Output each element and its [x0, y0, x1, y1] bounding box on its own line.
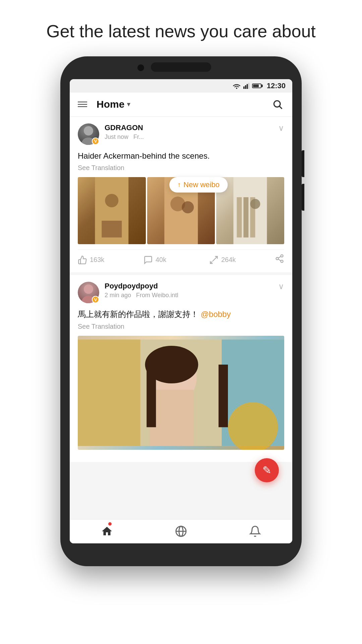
comment-icon-1 [143, 255, 153, 265]
post-image-1a [78, 177, 146, 244]
svg-point-4 [274, 101, 280, 107]
post-actions-1: 163k 40k 264k [78, 250, 284, 266]
svg-rect-27 [78, 339, 140, 446]
post-chevron-2[interactable]: ∨ [278, 282, 284, 291]
post-text-1: Haider Ackerman-behind the scenes. [78, 150, 284, 162]
comment-count-1: 40k [156, 256, 166, 264]
svg-rect-16 [244, 197, 249, 237]
compose-fab[interactable]: ✎ [255, 458, 279, 482]
new-weibo-pill[interactable]: ↑ New weibo [169, 177, 228, 193]
post-chevron-1[interactable]: ∨ [278, 123, 284, 133]
share-button-1[interactable] [275, 254, 284, 266]
post-time-1: Just now Fr... [105, 133, 278, 141]
wifi-icon [233, 83, 241, 89]
status-time: 12:30 [267, 82, 286, 90]
like-button-1[interactable]: 163k [78, 255, 143, 265]
svg-line-5 [280, 106, 282, 109]
svg-rect-10 [102, 221, 122, 237]
phone-mockup: 12:30 Home ▾ ↑ New weib [60, 56, 302, 566]
post-username-1: GDRAGON [105, 123, 278, 132]
svg-point-6 [84, 126, 93, 136]
feed-container[interactable]: ↑ New weibo V [70, 117, 292, 519]
post-header-1: V GDRAGON Just now Fr... ∨ [78, 123, 284, 145]
volume-button [302, 150, 304, 177]
nav-item-notifications[interactable] [218, 520, 292, 543]
svg-rect-3 [248, 83, 249, 89]
nav-item-discover[interactable] [144, 520, 218, 543]
search-button[interactable] [271, 98, 284, 111]
like-count-1: 163k [90, 256, 104, 264]
verified-badge-1: V [92, 138, 99, 145]
signal-icon [243, 83, 249, 89]
new-weibo-arrow-icon: ↑ [177, 181, 181, 189]
svg-point-24 [84, 284, 93, 294]
bottom-navigation [70, 519, 292, 543]
post-time-2: 2 min ago From Weibo.intl [105, 292, 278, 299]
phone-screen: 12:30 Home ▾ ↑ New weib [70, 79, 292, 543]
hamburger-menu-button[interactable] [78, 102, 87, 107]
post-image-2 [78, 336, 284, 450]
home-notification-dot [108, 522, 112, 526]
see-translation-1[interactable]: See Translation [78, 164, 284, 172]
verified-badge-2: V [92, 296, 99, 303]
status-icons: 12:30 [233, 82, 286, 90]
svg-rect-2 [247, 84, 248, 89]
toolbar-title[interactable]: Home ▾ [97, 99, 271, 110]
comment-button-1[interactable]: 40k [143, 255, 209, 265]
post-mention-2[interactable]: @bobby [201, 310, 231, 319]
post-username-2: Poydpoydpoyd [105, 282, 278, 290]
post-text-content-2: 馬上就有新的作品啦，謝謝支持！ [78, 310, 198, 319]
svg-rect-31 [150, 389, 194, 446]
svg-point-13 [182, 201, 194, 213]
svg-rect-34 [219, 365, 228, 427]
svg-rect-15 [237, 197, 242, 237]
status-bar: 12:30 [70, 79, 292, 93]
see-translation-2[interactable]: See Translation [78, 323, 284, 330]
battery-icon [252, 84, 261, 88]
post-meta-1: GDRAGON Just now Fr... [105, 123, 278, 141]
new-weibo-label: New weibo [183, 180, 220, 189]
svg-point-19 [281, 255, 283, 257]
like-icon-1 [78, 255, 87, 265]
post-card-poyd: V Poydpoydpoyd 2 min ago From Weibo.intl… [70, 275, 292, 462]
discover-icon [175, 525, 187, 537]
svg-rect-33 [146, 365, 156, 427]
post-text-2: 馬上就有新的作品啦，謝謝支持！ @bobby [78, 309, 284, 320]
avatar-wrap-1: V [78, 123, 99, 145]
notification-icon [249, 525, 261, 537]
dropdown-arrow-icon: ▾ [127, 101, 130, 108]
home-icon [101, 525, 113, 537]
share-icon-1 [275, 254, 284, 263]
post-header-2: V Poydpoydpoyd 2 min ago From Weibo.intl… [78, 282, 284, 303]
repost-button-1[interactable]: 264k [209, 255, 275, 265]
svg-line-22 [278, 259, 281, 261]
post-card-gdragon: V GDRAGON Just now Fr... ∨ Haider Ackerm… [70, 117, 292, 273]
svg-point-9 [105, 194, 118, 207]
svg-rect-0 [243, 86, 245, 89]
svg-point-21 [281, 260, 283, 263]
app-toolbar: Home ▾ [70, 93, 292, 117]
search-icon [272, 99, 283, 110]
post-meta-2: Poydpoydpoyd 2 min ago From Weibo.intl [105, 282, 278, 299]
svg-point-18 [250, 199, 260, 209]
compose-icon: ✎ [262, 464, 272, 477]
svg-point-20 [276, 258, 279, 260]
repost-count-1: 264k [221, 256, 236, 264]
svg-line-23 [278, 257, 281, 258]
page-headline: Get the latest news you care about [19, 0, 343, 56]
svg-rect-1 [245, 85, 246, 89]
avatar-wrap-2: V [78, 282, 99, 303]
repost-icon-1 [209, 255, 219, 265]
title-text: Home [97, 99, 124, 110]
nav-item-home[interactable] [70, 520, 144, 543]
volume-button-2 [302, 184, 304, 211]
